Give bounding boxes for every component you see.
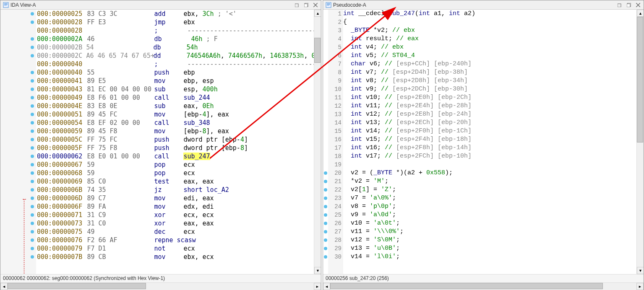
pseudocode-line[interactable]: int v17; // [esp+2FCh] [ebp-10h]	[343, 152, 636, 161]
pseudocode-line[interactable]: v10 = 'a\0t';	[343, 219, 636, 228]
pseudocode-line[interactable]: int v4; // ebx	[343, 43, 636, 52]
hscroll-thumb[interactable]	[8, 283, 146, 289]
breakpoint-dot[interactable]	[31, 54, 34, 57]
asm-line[interactable]: 000:0000002B 54db 54h	[36, 43, 314, 52]
pseudocode-line[interactable]: int v5; // ST04_4	[343, 52, 636, 60]
scroll-up-icon[interactable]: ▴	[637, 10, 644, 17]
asm-line[interactable]: 000:00000043 81 EC 00 04 00 00subesp, 40…	[36, 85, 314, 93]
asm-line[interactable]: 000:00000041 89 E5movebp, esp	[36, 77, 314, 85]
asm-line[interactable]: 000:00000040 ; -------------------------…	[36, 60, 314, 68]
disassembly-listing[interactable]: 000:00000025 83 C3 3Caddebx, 3Ch ; '<'00…	[36, 10, 314, 274]
asm-line[interactable]: 000:00000068 59popecx	[36, 169, 314, 177]
pseudocode-line[interactable]	[343, 161, 636, 169]
breakpoint-dot[interactable]	[324, 247, 327, 250]
asm-line[interactable]: 000:00000062 E8 E0 01 00 00callsub_247	[36, 152, 314, 161]
breakpoint-dot[interactable]	[31, 247, 34, 250]
asm-line[interactable]: 000:0000007B 89 CBmovebx, ecx	[36, 253, 314, 261]
pseudocode-line[interactable]: v8 = 'p\0p';	[343, 202, 636, 211]
scroll-down-icon[interactable]: ▾	[314, 267, 321, 274]
hscroll-thumb[interactable]	[330, 283, 603, 289]
vertical-scrollbar[interactable]: ▴ ▾	[636, 10, 644, 274]
breakpoint-dot[interactable]	[31, 238, 34, 242]
pseudocode-line[interactable]: v14 = 'l\0i';	[343, 253, 636, 261]
asm-line[interactable]: 000:0000005C FF 75 FCpushdword ptr [ebp-…	[36, 135, 314, 144]
asm-line[interactable]: 000:00000040 55pushebp	[36, 68, 314, 77]
asm-line[interactable]: 000:0000005F FF 75 F8pushdword ptr [ebp-…	[36, 144, 314, 152]
pseudocode-line[interactable]: int v7; // [esp+2D4h] [ebp-38h]	[343, 68, 636, 77]
scroll-thumb[interactable]	[637, 17, 643, 142]
scroll-track[interactable]	[637, 17, 644, 267]
pseudocode-line[interactable]: int v15; // [esp+2F4h] [ebp-18h]	[343, 135, 636, 144]
pseudocode-line[interactable]: int result; // eax	[343, 35, 636, 43]
breakpoint-dot[interactable]	[31, 188, 34, 192]
breakpoint-dot[interactable]	[31, 46, 34, 49]
restore-icon[interactable]	[294, 2, 300, 8]
scroll-left-icon[interactable]: ◂	[323, 283, 330, 290]
pseudocode-line[interactable]: int v8; // [esp+2D8h] [ebp-34h]	[343, 77, 636, 85]
breakpoint-dot[interactable]	[31, 129, 34, 133]
breakpoint-dot[interactable]	[31, 197, 34, 200]
asm-line[interactable]: 000:0000006F 89 FAmovedx, edi	[36, 202, 314, 211]
scroll-up-icon[interactable]: ▴	[314, 10, 321, 17]
restore-icon[interactable]	[617, 2, 623, 8]
breakpoint-dot[interactable]	[324, 230, 327, 233]
asm-line[interactable]: 000:00000051 89 45 FCmov[ebp-4], eax	[36, 110, 314, 119]
asm-line[interactable]: 000:00000028 ; -------------------------…	[36, 26, 314, 35]
breakpoint-dot[interactable]	[324, 197, 327, 200]
breakpoint-dot[interactable]	[324, 238, 327, 242]
asm-line[interactable]: 000:00000073 31 C0xoreax, eax	[36, 219, 314, 228]
asm-line[interactable]: 000:00000025 83 C3 3Caddebx, 3Ch ; '<'	[36, 10, 314, 18]
asm-line[interactable]: 000:0000004E 83 E8 0Esubeax, 0Eh	[36, 102, 314, 110]
breakpoint-dot[interactable]	[31, 222, 34, 225]
breakpoint-dot[interactable]	[324, 222, 327, 225]
pseudocode-line[interactable]: int v16; // [esp+2F8h] [ebp-14h]	[343, 144, 636, 152]
asm-line[interactable]: 000:00000049 E8 F6 01 00 00callsub_244	[36, 93, 314, 102]
maximize-icon[interactable]	[626, 2, 632, 8]
breakpoint-dot[interactable]	[31, 96, 34, 99]
breakpoint-dot[interactable]	[31, 180, 34, 183]
breakpoint-dot[interactable]	[31, 205, 34, 208]
pseudocode-line[interactable]: int __cdecl sub_247(int a1, int a2)	[343, 10, 636, 18]
breakpoint-dot[interactable]	[324, 205, 327, 208]
vertical-scrollbar[interactable]: ▴ ▾	[314, 10, 321, 274]
asm-line[interactable]: 000:00000071 31 C9xorecx, ecx	[36, 211, 314, 219]
breakpoint-dot[interactable]	[324, 171, 327, 175]
asm-line[interactable]: 000:0000006B 74 35jzshort loc_A2	[36, 186, 314, 194]
pseudocode-line[interactable]: v13 = 'u\0B';	[343, 244, 636, 253]
breakpoint-dot[interactable]	[31, 71, 34, 74]
pseudocode-line[interactable]: v2[1] = 'Z';	[343, 186, 636, 194]
pseudocode-line[interactable]: v2 = (_BYTE *)(a2 + 0x558);	[343, 169, 636, 177]
breakpoint-dot[interactable]	[31, 146, 34, 150]
pseudocode-line[interactable]: int v11; // [esp+2E4h] [ebp-28h]	[343, 102, 636, 110]
breakpoint-dot[interactable]	[31, 213, 34, 217]
pseudocode-line[interactable]: {	[343, 18, 636, 26]
pseudocode-line[interactable]: v11 = '\\\0%';	[343, 228, 636, 236]
pseudocode-line[interactable]: int v12; // [esp+2E8h] [ebp-24h]	[343, 110, 636, 119]
scroll-left-icon[interactable]: ◂	[0, 283, 8, 290]
asm-line[interactable]: 000:00000069 85 C0testeax, eax	[36, 177, 314, 186]
breakpoint-dot[interactable]	[31, 113, 34, 116]
pseudocode-listing[interactable]: int __cdecl sub_247(int a1, int a2){ _BY…	[343, 10, 636, 274]
asm-line[interactable]: 000:00000076 F2 66 AFrepne scasw	[36, 236, 314, 244]
breakpoint-dot[interactable]	[31, 88, 34, 91]
pseudocode-line[interactable]: int v9; // [esp+2DCh] [ebp-30h]	[343, 85, 636, 93]
close-icon[interactable]	[635, 2, 641, 8]
breakpoint-dot[interactable]	[31, 138, 34, 141]
asm-line[interactable]: 000:00000054 E8 EF 02 00 00callsub_348	[36, 119, 314, 127]
scroll-track[interactable]	[314, 17, 321, 267]
breakpoint-dot[interactable]	[324, 188, 327, 192]
breakpoint-dot[interactable]	[31, 37, 34, 41]
breakpoint-dot[interactable]	[31, 12, 34, 16]
asm-line[interactable]: 000:0000002A 46db 46h ; F	[36, 35, 314, 43]
breakpoint-dot[interactable]	[31, 155, 34, 158]
breakpoint-dot[interactable]	[31, 171, 34, 175]
pseudocode-line[interactable]: v12 = 'S\0M';	[343, 236, 636, 244]
hscroll-track[interactable]	[330, 283, 636, 290]
breakpoint-dot[interactable]	[31, 255, 34, 259]
close-icon[interactable]	[313, 2, 318, 8]
scroll-down-icon[interactable]: ▾	[637, 267, 644, 274]
breakpoint-dot[interactable]	[31, 121, 34, 124]
pseudocode-line[interactable]: char v6; // [esp+CCh] [ebp-240h]	[343, 60, 636, 68]
maximize-icon[interactable]	[303, 2, 309, 8]
asm-line[interactable]: 000:0000002C A6 46 65 74 67 65+dd 746546…	[36, 52, 314, 60]
